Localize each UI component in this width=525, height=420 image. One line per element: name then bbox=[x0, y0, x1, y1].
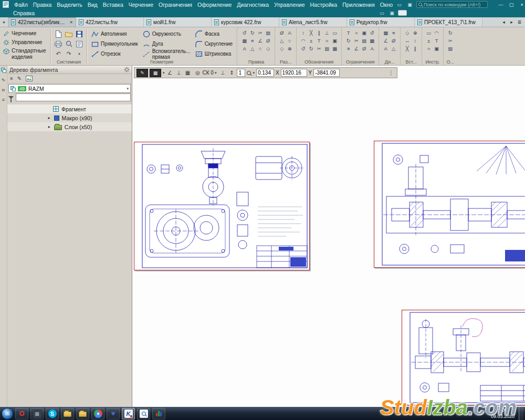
maximize-button[interactable]: ▢ bbox=[506, 1, 517, 8]
tool-hatch[interactable]: Штриховка bbox=[193, 49, 235, 59]
redo-icon[interactable]: ↷ bbox=[64, 49, 74, 59]
tab-list-icon[interactable]: ≣ bbox=[516, 19, 523, 25]
tool-icon[interactable]: △ bbox=[248, 45, 256, 52]
coordinate-system-combo[interactable]: ◎ СК 0 ▾ bbox=[193, 70, 218, 76]
menu-item-insert[interactable]: Вставка bbox=[100, 1, 126, 8]
menu-item-settings[interactable]: Настройка bbox=[307, 1, 340, 8]
ortho-icon[interactable]: ⊥ bbox=[175, 70, 183, 76]
layout-icon[interactable]: ▭ bbox=[395, 2, 403, 7]
tool-icon[interactable]: ≡ bbox=[344, 45, 352, 52]
tool-icon[interactable]: ≡ bbox=[248, 37, 256, 45]
tool-icon[interactable]: A bbox=[240, 45, 248, 52]
tool-icon[interactable]: T bbox=[315, 37, 323, 45]
updown-icon[interactable]: ⇕ bbox=[228, 70, 235, 76]
tool-icon[interactable]: △ bbox=[278, 37, 286, 45]
tool-icon[interactable]: ▦ bbox=[331, 45, 339, 52]
tool-rectangle[interactable]: Прямоугольник bbox=[89, 39, 140, 49]
tool-fillet[interactable]: Скругление bbox=[193, 39, 235, 49]
tab-next-icon[interactable]: ▸ bbox=[508, 19, 515, 25]
tool-icon[interactable]: ▤ bbox=[360, 37, 368, 45]
tool-icon[interactable]: ▦ bbox=[368, 37, 376, 45]
dropdown-caret-icon[interactable]: ▾ bbox=[74, 49, 85, 59]
taskbar-skype[interactable]: S bbox=[46, 408, 59, 419]
tool-icon[interactable]: ▤ bbox=[323, 45, 331, 52]
pencil-icon[interactable]: ✎ bbox=[2, 78, 6, 83]
tool-icon[interactable]: ○ bbox=[286, 37, 293, 45]
menu-item-draw[interactable]: Черчение bbox=[126, 1, 156, 8]
menu-item-view[interactable]: Вид bbox=[85, 1, 100, 8]
mode-caret-icon[interactable]: ▾ bbox=[163, 71, 165, 75]
image-icon[interactable] bbox=[26, 76, 33, 81]
menu-item-file[interactable]: Файл bbox=[12, 1, 30, 8]
tool-icon[interactable]: ∥ bbox=[411, 45, 419, 52]
perpendicular-icon[interactable]: ⊥ bbox=[219, 70, 226, 76]
fx-icon[interactable]: fx bbox=[2, 88, 5, 92]
screens-icon[interactable]: ▣ bbox=[406, 2, 414, 7]
menu-item-management[interactable]: Управление bbox=[271, 1, 307, 8]
edit-mode-button[interactable]: ✎ bbox=[136, 69, 148, 77]
tool-icon[interactable]: ⊕ bbox=[411, 29, 419, 37]
tool-icon[interactable]: ✂ bbox=[256, 29, 264, 37]
tool-icon[interactable]: ± bbox=[307, 37, 315, 45]
tree-menu-icon[interactable]: ≡ bbox=[10, 76, 13, 81]
tool-icon[interactable]: ╳ bbox=[403, 45, 411, 52]
current-layer-combo[interactable]: 49 RAZM ▾ bbox=[8, 84, 131, 93]
tool-icon[interactable]: Ø bbox=[264, 37, 272, 45]
command-search-input[interactable] bbox=[424, 2, 486, 7]
tool-icon[interactable]: ∥ bbox=[315, 29, 323, 37]
tool-icon[interactable]: ◇ bbox=[403, 29, 411, 37]
tool-icon[interactable]: ▦ bbox=[382, 29, 390, 37]
tree-edit-icon[interactable]: ✎ bbox=[17, 76, 22, 81]
tool-autoline[interactable]: Автолиния bbox=[89, 29, 140, 39]
tool-circle[interactable]: Окружность bbox=[141, 29, 192, 39]
menu-item-diagnostics[interactable]: Диагностика bbox=[234, 1, 271, 8]
taskbar-folder-2[interactable] bbox=[76, 408, 89, 419]
tool-icon[interactable]: ↻ bbox=[344, 37, 352, 45]
tool-icon[interactable]: ↕ bbox=[299, 29, 307, 37]
tool-icon[interactable]: ∠ bbox=[352, 45, 360, 52]
tool-chamfer[interactable]: Фаска bbox=[193, 29, 235, 39]
tool-icon[interactable]: A bbox=[368, 45, 376, 52]
taskbar-viewer[interactable] bbox=[137, 408, 150, 419]
tree-item-layers[interactable]: ▸ Слои (x50) bbox=[7, 122, 132, 131]
filter-icon[interactable] bbox=[8, 96, 14, 99]
taskbar-clock[interactable]: 1:00 09.03.2020 bbox=[487, 407, 519, 419]
command-search[interactable] bbox=[416, 1, 488, 8]
counter-box[interactable] bbox=[398, 10, 407, 16]
taskbar-chrome[interactable] bbox=[91, 408, 104, 419]
gear-icon[interactable] bbox=[124, 67, 130, 72]
properties-icon[interactable] bbox=[74, 39, 85, 49]
tool-icon[interactable]: ✂ bbox=[315, 45, 323, 52]
menu-item-styling[interactable]: Оформление bbox=[195, 1, 234, 8]
tool-icon[interactable]: ⊥ bbox=[323, 29, 331, 37]
expander-icon[interactable]: ▸ bbox=[47, 116, 51, 120]
tool-icon[interactable]: ≡ bbox=[390, 29, 397, 37]
start-button[interactable]: ⊞ bbox=[2, 408, 13, 419]
drawing-canvas[interactable] bbox=[132, 66, 525, 407]
tab-moy1[interactable]: мой\1.frw bbox=[144, 17, 212, 27]
tool-icon[interactable]: T bbox=[433, 37, 440, 45]
tool-icon[interactable]: ≈ bbox=[425, 45, 433, 52]
taskbar-heart-app[interactable]: ♥ bbox=[107, 408, 120, 419]
panel-item-management[interactable]: Управление bbox=[2, 38, 50, 46]
tool-icon[interactable]: ↻ bbox=[307, 45, 315, 52]
taskbar-chart-app[interactable] bbox=[152, 408, 165, 419]
tool-arc[interactable]: Дуга bbox=[141, 39, 192, 49]
menu-item-select[interactable]: Выделить bbox=[54, 1, 85, 8]
tool-icon[interactable]: ▭ bbox=[425, 29, 433, 37]
tool-icon[interactable]: ⊕ bbox=[286, 45, 293, 52]
tab-prev-icon[interactable]: ◂ bbox=[500, 19, 507, 25]
tool-icon[interactable]: ◇ bbox=[264, 45, 272, 52]
tool-icon[interactable]: ◠ bbox=[433, 29, 440, 37]
save-icon[interactable] bbox=[74, 29, 85, 39]
layers-icon[interactable] bbox=[1, 68, 6, 73]
tool-icon[interactable]: ↺ bbox=[368, 29, 376, 37]
monitor-icon[interactable]: ▭ bbox=[378, 10, 386, 16]
tool-icon[interactable]: ▣ bbox=[360, 29, 368, 37]
taskbar-folder-1[interactable] bbox=[61, 408, 74, 419]
zoom-icon[interactable] bbox=[247, 71, 251, 75]
menu-icon[interactable]: ≡ bbox=[2, 97, 5, 102]
zoom-value-field[interactable] bbox=[256, 69, 274, 77]
tab-proekt-413-7[interactable]: ПРОЕКТ_413_7\1.frw bbox=[415, 17, 482, 27]
close-button[interactable]: × bbox=[517, 1, 525, 8]
